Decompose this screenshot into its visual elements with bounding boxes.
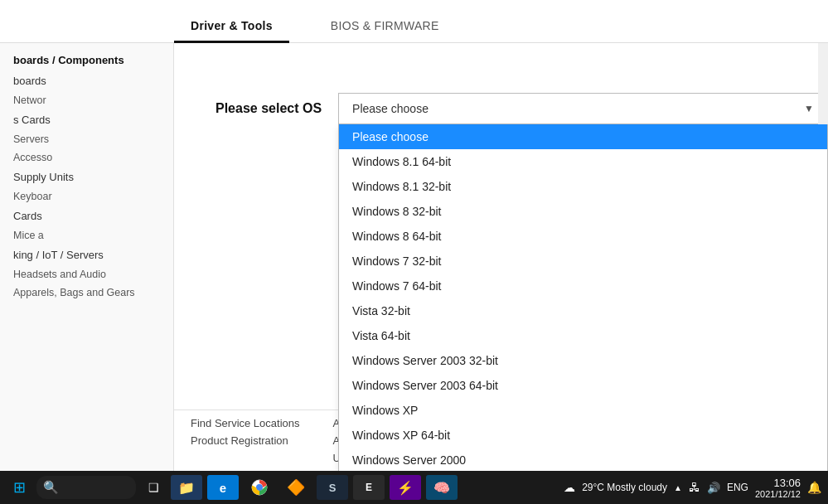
- dropdown-option-winxp-64[interactable]: Windows XP 64-bit: [339, 423, 827, 448]
- sidebar-sub-headsets[interactable]: Headsets and Audio: [8, 265, 165, 284]
- chevron-down-icon: ▼: [804, 103, 814, 114]
- cloud-icon: ☁: [564, 481, 575, 494]
- dropdown-option-winxp[interactable]: Windows XP: [339, 398, 827, 423]
- language-label[interactable]: ENG: [727, 482, 748, 493]
- os-select-section: Please select OS Please choose ▼ Please …: [215, 43, 828, 124]
- os-select-label: Please select OS: [215, 101, 322, 116]
- dropdown-option-win81-64[interactable]: Windows 8.1 64-bit: [339, 149, 827, 174]
- network-icon: 🖧: [689, 481, 700, 494]
- dropdown-option-win7-64[interactable]: Windows 7 64-bit: [339, 274, 827, 298]
- dropdown-option-ws2000[interactable]: Windows Server 2000: [339, 448, 827, 472]
- sidebar-sub-apparels[interactable]: Apparels, Bags and Gears: [8, 284, 165, 302]
- os-dropdown-container: Please choose ▼ Please chooseWindows 8.1…: [338, 93, 828, 124]
- tab-bios-firmware[interactable]: BIOS & FIRMWARE: [314, 7, 456, 42]
- epic-app[interactable]: E: [353, 475, 385, 500]
- explorer-app[interactable]: 📁: [171, 475, 202, 500]
- sidebar-sub-accesso[interactable]: Accesso: [8, 148, 165, 167]
- footer-link-registration[interactable]: Product Registration: [191, 434, 300, 447]
- dropdown-option-win8-32[interactable]: Windows 8 32-bit: [339, 199, 827, 224]
- dropdown-option-win81-32[interactable]: Windows 8.1 32-bit: [339, 174, 827, 199]
- tabs-bar: Driver & Tools BIOS & FIRMWARE: [0, 0, 828, 43]
- speaker-icon[interactable]: 🔊: [707, 482, 720, 494]
- vlc-app[interactable]: 🔶: [280, 475, 312, 500]
- notification-icon[interactable]: 🔔: [807, 481, 821, 494]
- chrome-app[interactable]: [244, 475, 275, 500]
- sidebar-sub-keyboard[interactable]: Keyboar: [8, 187, 165, 206]
- steam-app[interactable]: S: [317, 475, 348, 500]
- taskbar-right: ☁ 29°C Mostly cloudy ▲ 🖧 🔊 ENG 13:06 202…: [564, 477, 821, 499]
- sidebar-item-iot[interactable]: king / IoT / Servers: [8, 245, 165, 265]
- dropdown-option-win8-64[interactable]: Windows 8 64-bit: [339, 224, 827, 249]
- dropdown-option-ws2003-64[interactable]: Windows Server 2003 64-bit: [339, 373, 827, 398]
- footer-link-service[interactable]: Find Service Locations: [191, 417, 300, 429]
- sidebar-item-components[interactable]: boards / Components: [8, 50, 165, 70]
- dropdown-option-vista-64[interactable]: Vista 64-bit: [339, 323, 827, 348]
- sidebar-item-boards[interactable]: boards: [8, 70, 165, 91]
- sidebar-section: boards / Components boards Networ s Card…: [0, 43, 173, 305]
- dropdown-option-please-choose[interactable]: Please choose: [339, 124, 827, 149]
- dropdown-option-ws2003-32[interactable]: Windows Server 2003 32-bit: [339, 348, 827, 373]
- brain-app[interactable]: 🧠: [426, 475, 458, 500]
- start-button[interactable]: ⊞: [7, 476, 31, 499]
- dropdown-option-vista-32[interactable]: Vista 32-bit: [339, 298, 827, 323]
- search-button[interactable]: 🔍: [36, 476, 136, 499]
- sidebar-sub-servers[interactable]: Servers: [8, 130, 165, 148]
- footer-col-1: Find Service Locations Product Registrat…: [191, 417, 300, 464]
- dropdown-selected-text: Please choose: [352, 102, 429, 115]
- tab-driver-tools[interactable]: Driver & Tools: [174, 7, 289, 42]
- weather-info: 29°C Mostly cloudy: [582, 482, 667, 493]
- main-content: Driver & Tools BIOS & FIRMWARE boards / …: [0, 0, 828, 504]
- os-dropdown-trigger[interactable]: Please choose ▼: [338, 93, 828, 124]
- sidebar-sub-networ[interactable]: Networ: [8, 91, 165, 109]
- dropdown-option-win7-32[interactable]: Windows 7 32-bit: [339, 249, 827, 274]
- sidebar-item-scards[interactable]: s Cards: [8, 109, 165, 130]
- taskbar-time: 13:06 2021/12/12: [755, 477, 801, 499]
- edge-app[interactable]: e: [207, 475, 239, 500]
- thunder-app[interactable]: ⚡: [390, 475, 421, 500]
- sidebar: boards / Components boards Networ s Card…: [0, 43, 174, 471]
- taskbar: ⊞ 🔍 ❑ 📁 e 🔶 S E ⚡ 🧠 ☁ 29°C Mostly cloudy…: [0, 471, 828, 504]
- sidebar-item-cards[interactable]: Cards: [8, 206, 165, 226]
- sidebar-item-supply[interactable]: Supply Units: [8, 167, 165, 187]
- task-view-button[interactable]: ❑: [141, 476, 166, 499]
- up-arrow-icon[interactable]: ▲: [674, 483, 682, 492]
- os-dropdown-list: Please chooseWindows 8.1 64-bitWindows 8…: [338, 124, 828, 504]
- sidebar-sub-mice[interactable]: Mice a: [8, 226, 165, 245]
